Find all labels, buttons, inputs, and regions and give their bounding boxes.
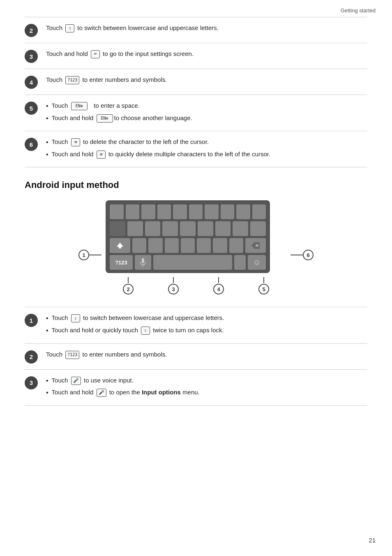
kb-key xyxy=(229,238,243,253)
kb-sym-key: ?123 xyxy=(110,255,133,270)
line-down-5 xyxy=(263,277,264,283)
row6-bullet-2: • Touch and hold ⌫ to quickly delete mul… xyxy=(46,149,367,160)
list-row-5: 5 • Touch EN⊕ to enter a space. • Touch … xyxy=(25,95,367,131)
bottom-list-row-1: 1 • Touch ⇧ to switch between lowercase … xyxy=(25,307,367,343)
keyboard-area: ?123 ☺ xyxy=(106,200,286,273)
keyboard-settings-icon: ⌨ xyxy=(91,50,100,58)
bottom-list-row-3: 3 • Touch 🎤 to use voice input. • Touch … xyxy=(25,369,367,406)
bottom-row3-content: • Touch 🎤 to use voice input. • Touch an… xyxy=(46,375,367,400)
kb-key xyxy=(148,238,162,253)
kb-key xyxy=(145,221,161,236)
shift-icon: ⇧ xyxy=(65,24,74,32)
line-down-2 xyxy=(128,277,129,283)
kb-key xyxy=(165,238,179,253)
kb-key xyxy=(250,221,266,236)
kb-key xyxy=(162,221,178,236)
row6-bullet-1: • Touch ⌫ to delete the character to the… xyxy=(46,137,367,148)
keyboard-body: ?123 ☺ xyxy=(106,200,270,273)
kb-key xyxy=(126,204,140,219)
numbered-list-top: 2 Touch ⇧ to switch between lowercase an… xyxy=(25,17,367,167)
kb-key xyxy=(233,221,248,236)
section-title: Android input method xyxy=(25,180,367,190)
row5-content: • Touch EN⊕ to enter a space. • Touch an… xyxy=(46,101,367,125)
sym-icon-b: ?123 xyxy=(65,351,79,359)
shift-icon-b1: ⇧ xyxy=(71,314,80,322)
callout-badge-5-bottom: 5 xyxy=(258,284,269,294)
arrow-line-1 xyxy=(89,255,101,255)
kb-row-1 xyxy=(110,204,266,219)
kb-row-2 xyxy=(110,221,266,236)
list-row-6: 6 • Touch ⌫ to delete the character to t… xyxy=(25,131,367,167)
list-row-4: 4 Touch ?123 to enter numbers and symbol… xyxy=(25,69,367,95)
callout-badge-1: 1 xyxy=(78,250,89,260)
language-icon: EN⊕ xyxy=(71,102,88,110)
kb-key xyxy=(197,238,211,253)
callout-badge-3-bottom: 3 xyxy=(168,284,179,294)
row3-content: Touch and hold ⌨ to go to the input sett… xyxy=(46,49,367,59)
kb-key xyxy=(213,238,227,253)
bottom-badge-3: 3 xyxy=(25,376,38,389)
callout-badge-6: 6 xyxy=(303,250,314,260)
list-row-3: 3 Touch and hold ⌨ to go to the input se… xyxy=(25,43,367,69)
kb-key xyxy=(205,204,219,219)
kb-key xyxy=(181,238,195,253)
svg-rect-3 xyxy=(142,258,144,263)
callout-badge-2-bottom: 2 xyxy=(123,284,134,294)
bottom-badges: 2 3 4 5 xyxy=(106,277,286,294)
kb-key xyxy=(189,204,203,219)
row6-content: • Touch ⌫ to delete the character to the… xyxy=(46,137,367,161)
kb-key xyxy=(141,204,155,219)
kb-emoji-key: ☺ xyxy=(248,255,266,270)
kb-key xyxy=(236,204,250,219)
callout-1-left: 1 xyxy=(78,250,101,260)
row5-bullet-1: • Touch EN⊕ to enter a space. xyxy=(46,101,367,111)
badge-2: 2 xyxy=(25,24,38,37)
badge-6: 6 xyxy=(25,138,38,151)
bold-input-options: Input options xyxy=(142,389,181,396)
line-down-4 xyxy=(218,277,219,283)
bottom-list-row-2: 2 Touch ?123 to enter numbers and symbol… xyxy=(25,343,367,369)
kb-key xyxy=(252,204,266,219)
bottom-badge-2: 2 xyxy=(25,350,38,364)
mic-icon-b1: 🎤 xyxy=(71,377,81,385)
bottom-row1-bullet-1: • Touch ⇧ to switch between lowercase an… xyxy=(46,313,367,324)
mic-icon-b2: 🎤 xyxy=(97,389,106,397)
bottom-row3-bullet-1: • Touch 🎤 to use voice input. xyxy=(46,375,367,386)
kb-key xyxy=(110,221,125,236)
kb-key xyxy=(180,221,196,236)
keyboard-relative: 1 6 xyxy=(73,200,319,294)
list-row-2: 2 Touch ⇧ to switch between lowercase an… xyxy=(25,17,367,43)
kb-space-key xyxy=(153,255,232,270)
svg-marker-0 xyxy=(117,243,123,248)
callout-6-right: 6 xyxy=(291,250,314,260)
badge-3: 3 xyxy=(25,50,38,63)
badge-5: 5 xyxy=(25,102,38,115)
main-content: 2 Touch ⇧ to switch between lowercase an… xyxy=(0,17,392,422)
arrow-line-6 xyxy=(291,255,303,255)
header-text: Getting started xyxy=(341,7,376,14)
bottom-row1-bullet-2: • Touch and hold or quickly touch ⇧ twic… xyxy=(46,325,367,336)
page-header: Getting started xyxy=(0,0,392,17)
kb-mic-key xyxy=(135,255,151,270)
language-hold-icon: EN⊕ xyxy=(97,114,113,123)
kb-bottom-row: ?123 ☺ xyxy=(110,255,266,270)
kb-key xyxy=(173,204,187,219)
kb-key xyxy=(110,204,124,219)
keyboard-wrapper: 1 6 xyxy=(73,200,319,294)
bottom-row3-bullet-2: • Touch and hold 🎤 to open the Input opt… xyxy=(46,387,367,398)
del-hold-icon: ⌫ xyxy=(97,151,106,159)
kb-del-key xyxy=(245,238,266,253)
sym-icon: ?123 xyxy=(65,76,79,84)
row5-bullet-2: • Touch and hold EN⊕to choose another la… xyxy=(46,113,367,124)
kb-key xyxy=(198,221,213,236)
kb-shift-key xyxy=(110,238,130,253)
kb-key xyxy=(132,238,146,253)
page-number: 21 xyxy=(369,537,376,544)
kb-dot-key xyxy=(234,255,246,270)
row4-content: Touch ?123 to enter numbers and symbols. xyxy=(46,75,367,85)
row2-content: Touch ⇧ to switch between lowercase and … xyxy=(46,23,367,33)
kb-row-3 xyxy=(110,238,266,253)
bottom-row2-content: Touch ?123 to enter numbers and symbols. xyxy=(46,350,367,359)
kb-key xyxy=(127,221,143,236)
bottom-row1-content: • Touch ⇧ to switch between lowercase an… xyxy=(46,313,367,337)
